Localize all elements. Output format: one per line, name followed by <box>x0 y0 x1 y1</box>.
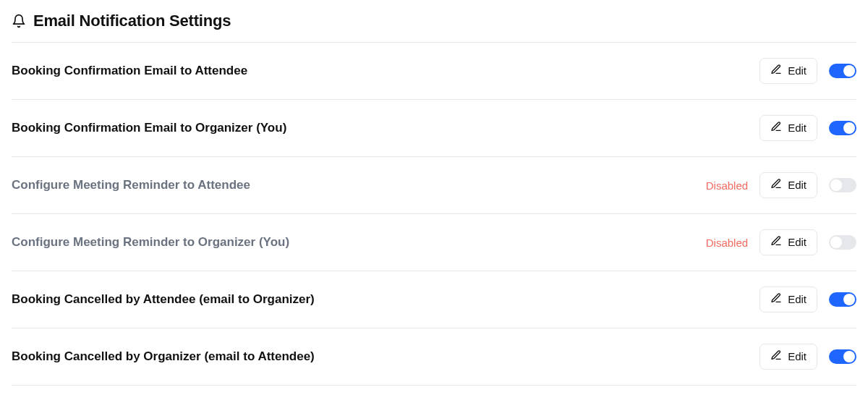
edit-button-label: Edit <box>788 293 807 306</box>
notification-row: Configure Meeting Reminder to AttendeeDi… <box>12 157 856 214</box>
edit-button[interactable]: Edit <box>760 344 817 370</box>
notification-row-controls: Edit <box>760 286 856 313</box>
notification-row-controls: Edit <box>760 58 856 84</box>
notification-row-controls: Edit <box>760 115 856 141</box>
enable-toggle[interactable] <box>829 121 856 135</box>
notification-row-title: Configure Meeting Reminder to Organizer … <box>12 235 289 250</box>
page-header: Email Notification Settings <box>12 12 856 43</box>
enable-toggle[interactable] <box>829 178 856 192</box>
notification-row-title: Booking Confirmation Email to Organizer … <box>12 121 286 135</box>
notification-row-controls: DisabledEdit <box>706 229 856 255</box>
settings-rows: Booking Confirmation Email to AttendeeEd… <box>12 43 856 386</box>
disabled-status-badge: Disabled <box>706 237 748 249</box>
notification-row: Booking Confirmation Email to AttendeeEd… <box>12 43 856 100</box>
edit-button-label: Edit <box>788 350 807 363</box>
notification-row: Configure Meeting Reminder to Organizer … <box>12 214 856 271</box>
bell-icon <box>12 14 26 28</box>
notification-row-title: Booking Cancelled by Organizer (email to… <box>12 349 315 364</box>
edit-button-label: Edit <box>788 64 807 77</box>
notification-row-title: Booking Cancelled by Attendee (email to … <box>12 292 315 307</box>
edit-button[interactable]: Edit <box>760 229 817 255</box>
notification-row: Booking Cancelled by Attendee (email to … <box>12 271 856 328</box>
toggle-knob <box>843 122 855 134</box>
footer: Save Changes <box>12 386 856 395</box>
edit-button[interactable]: Edit <box>760 115 817 141</box>
pencil-icon <box>770 292 782 307</box>
toggle-knob <box>830 179 842 191</box>
pencil-icon <box>770 349 782 364</box>
edit-button[interactable]: Edit <box>760 172 817 198</box>
notification-row: Booking Cancelled by Organizer (email to… <box>12 328 856 386</box>
edit-button[interactable]: Edit <box>760 58 817 84</box>
toggle-knob <box>830 237 842 248</box>
disabled-status-badge: Disabled <box>706 179 748 192</box>
notification-row-title: Booking Confirmation Email to Attendee <box>12 64 247 78</box>
pencil-icon <box>770 235 782 250</box>
toggle-knob <box>843 294 855 305</box>
toggle-knob <box>843 65 855 77</box>
edit-button-label: Edit <box>788 236 807 249</box>
enable-toggle[interactable] <box>829 349 856 364</box>
pencil-icon <box>770 178 782 192</box>
enable-toggle[interactable] <box>829 64 856 78</box>
edit-button[interactable]: Edit <box>760 286 817 313</box>
pencil-icon <box>770 64 782 78</box>
edit-button-label: Edit <box>788 179 807 192</box>
pencil-icon <box>770 121 782 135</box>
page-title: Email Notification Settings <box>33 12 231 30</box>
notification-row-controls: Edit <box>760 344 856 370</box>
notification-row-controls: DisabledEdit <box>706 172 856 198</box>
enable-toggle[interactable] <box>829 235 856 250</box>
enable-toggle[interactable] <box>829 292 856 307</box>
toggle-knob <box>843 351 855 362</box>
notification-row: Booking Confirmation Email to Organizer … <box>12 100 856 157</box>
notification-row-title: Configure Meeting Reminder to Attendee <box>12 178 250 192</box>
edit-button-label: Edit <box>788 122 807 135</box>
